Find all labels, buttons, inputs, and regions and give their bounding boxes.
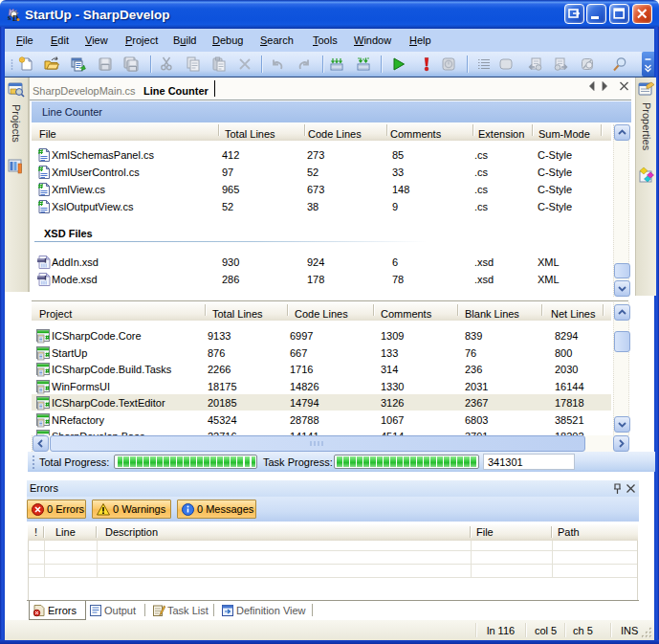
svg-text:s: s	[8, 12, 11, 22]
